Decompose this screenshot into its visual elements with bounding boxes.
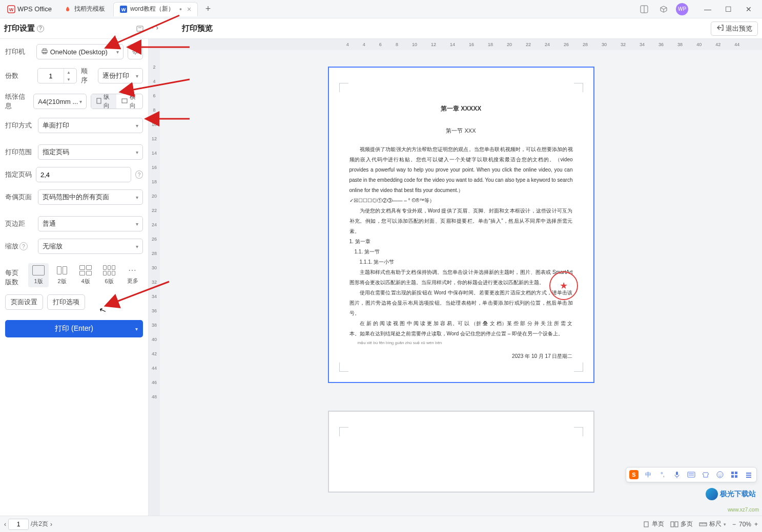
red-stamp-icon — [549, 271, 578, 300]
parity-select[interactable]: 页码范围中的所有页面▾ — [38, 189, 143, 205]
exit-icon — [716, 24, 724, 33]
page-prev-button[interactable]: ‹ — [4, 521, 6, 528]
copies-input[interactable] — [38, 72, 64, 80]
duplex-select[interactable]: 单面打印▾ — [38, 118, 143, 133]
scale-label: 缩放? — [5, 242, 34, 251]
ime-emoji-icon[interactable] — [715, 470, 725, 479]
new-tab-button[interactable]: + — [201, 2, 215, 16]
pages-help-icon[interactable]: ? — [135, 171, 143, 179]
svg-rect-15 — [688, 472, 695, 477]
doc-symbols: ✓☒☐☐☐◎①②③—— – ° ©®™等） — [349, 196, 573, 206]
vertical-ruler: 2468101214161820222426283032343638404244… — [149, 39, 160, 516]
svg-rect-21 — [731, 472, 734, 474]
scale-select[interactable]: 无缩放▾ — [38, 239, 143, 254]
perpage-more[interactable]: ⋯更多 — [122, 263, 143, 287]
ime-skin-icon[interactable] — [701, 470, 710, 479]
portrait-button[interactable]: 纵向 — [91, 94, 116, 109]
chevron-down-icon: ▾ — [136, 221, 138, 227]
zoom-value: 70% — [739, 521, 751, 528]
page-total: /共2页 — [31, 520, 48, 528]
copies-label: 份数 — [5, 71, 33, 80]
svg-rect-13 — [122, 99, 127, 103]
collate-select[interactable]: 逐份打印▾ — [98, 68, 143, 83]
doc-list: 1.1. 第一节 — [349, 247, 573, 257]
ime-toolbox-icon[interactable] — [730, 470, 739, 479]
landscape-button[interactable]: 横向 — [116, 94, 142, 109]
pages-input[interactable] — [36, 167, 131, 182]
wps-logo-icon: W — [7, 5, 15, 13]
printer-settings-button[interactable] — [128, 44, 143, 59]
doc-para: 为使您的文档具有专业外观，Word 提供了页眉、页脚、封面和文本框设计，这些设计… — [349, 206, 573, 237]
tab-document[interactable]: W word教程（新） • × — [113, 2, 198, 16]
perpage-6[interactable]: 6版 — [99, 263, 119, 287]
preview-area: 4468101214161820222426283032343638404244… — [160, 39, 762, 516]
undo-icon[interactable] — [134, 23, 146, 35]
ime-mic-icon[interactable] — [672, 470, 682, 479]
layout-icon[interactable] — [637, 2, 651, 16]
status-bar: ‹ /共2页 › 单页 多页 标尺▾ − 70% + — [0, 516, 762, 532]
ime-lang-icon[interactable]: 中 — [644, 470, 653, 479]
spin-up-icon[interactable]: ▲ — [64, 69, 73, 76]
zoom-out-button[interactable]: − — [732, 521, 736, 528]
user-avatar[interactable]: WP — [676, 3, 688, 15]
horizontal-ruler: 4468101214161820222426283032343638404244 — [160, 39, 762, 50]
scale-help-icon[interactable]: ? — [19, 242, 28, 250]
help-icon[interactable]: ? — [37, 25, 44, 32]
printer-label: 打印机 — [5, 47, 32, 56]
svg-rect-12 — [97, 98, 101, 103]
svg-rect-9 — [43, 49, 46, 50]
maximize-button[interactable]: ☐ — [718, 2, 738, 17]
doc-para: 使用在需要位置出现的新按钮在 Word 中保存时间。若要更改图片适应文档的方式，… — [349, 288, 573, 318]
chevron-down-icon: ▾ — [136, 73, 138, 79]
svg-rect-24 — [735, 475, 737, 478]
chevron-down-icon: ▾ — [136, 123, 138, 129]
tab-close-icon[interactable]: × — [187, 5, 191, 13]
tab-templates[interactable]: 找稻壳模板 — [58, 2, 111, 16]
paper-label: 纸张信息 — [5, 92, 29, 111]
ime-punct-icon[interactable]: °, — [658, 470, 667, 479]
close-button[interactable]: ✕ — [738, 2, 759, 17]
cube-icon[interactable] — [656, 2, 671, 16]
pages-label: 指定页码 — [5, 170, 32, 179]
chevron-down-icon: ▾ — [79, 99, 82, 104]
orientation-toggle: 纵向 横向 — [91, 94, 143, 109]
svg-text:W: W — [9, 7, 14, 12]
spin-down-icon[interactable]: ▼ — [64, 76, 73, 83]
printer-select[interactable]: OneNote (Desktop) ▾ — [36, 44, 123, 59]
svg-rect-14 — [676, 472, 678, 475]
perpage-4[interactable]: 4版 — [75, 263, 96, 287]
range-select[interactable]: 指定页码▾ — [38, 144, 143, 160]
page-next-button[interactable]: › — [50, 521, 52, 528]
ime-keyboard-icon[interactable] — [687, 470, 696, 479]
sogou-logo-icon: S — [629, 470, 639, 479]
svg-rect-30 — [675, 522, 678, 527]
svg-point-11 — [134, 50, 137, 53]
svg-rect-29 — [671, 522, 674, 527]
doc-date: 2023 年 10 月 17 日星期二 — [349, 351, 573, 361]
landscape-icon — [121, 98, 128, 105]
ime-toolbar[interactable]: S 中 °, — [626, 467, 757, 482]
view-multi-button[interactable]: 多页 — [670, 520, 693, 528]
doc-list: 1.1.1. 第一小节 — [349, 257, 573, 267]
margin-select[interactable]: 普通▾ — [38, 216, 143, 231]
perpage-1[interactable]: 1版 — [28, 263, 49, 287]
perpage-2[interactable]: 2版 — [52, 263, 72, 287]
print-button[interactable]: 打印 (Enter) ▾ — [5, 320, 143, 337]
exit-preview-button[interactable]: 退出预览 — [711, 22, 758, 36]
redo-icon[interactable] — [149, 23, 161, 35]
print-dropdown-icon[interactable]: ▾ — [135, 326, 138, 332]
ime-menu-icon[interactable] — [744, 470, 753, 479]
zoom-in-button[interactable]: + — [754, 521, 758, 528]
copies-spinner[interactable]: ▲▼ — [37, 68, 77, 83]
minimize-button[interactable]: — — [697, 2, 718, 17]
print-options-button[interactable]: 打印选项 — [47, 294, 85, 310]
page-number-input[interactable] — [8, 519, 29, 530]
tab-dirty-icon: • — [179, 5, 182, 13]
view-single-button[interactable]: 单页 — [643, 520, 664, 528]
page-setup-button[interactable]: 页面设置 — [5, 294, 43, 310]
svg-point-18 — [717, 472, 723, 478]
watermark-logo: 极光下载站 — [706, 488, 756, 500]
order-label: 顺序 — [81, 67, 94, 85]
paper-size-select[interactable]: A4(210mm ...▾ — [33, 94, 87, 109]
view-ruler-button[interactable]: 标尺▾ — [699, 520, 726, 528]
